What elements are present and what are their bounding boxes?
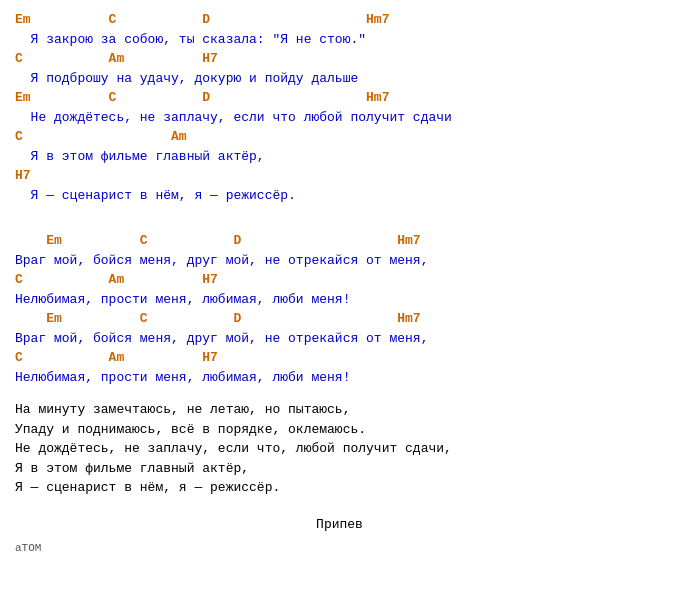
song-content: Em C D Hm7 Я закрою за собою, ты сказала… — [15, 10, 664, 534]
plain-line: Я в этом фильме главный актёр, — [15, 459, 664, 479]
chord-line: C Am H7 — [15, 348, 664, 368]
empty-line — [15, 218, 664, 231]
chord-line: Em C D Hm7 — [15, 231, 664, 251]
lyric-line: Нелюбимая, прости меня, любимая, люби ме… — [15, 368, 664, 388]
chord-line: Em C D Hm7 — [15, 309, 664, 329]
plain-line: Не дождётесь, не заплачу, если что, любо… — [15, 439, 664, 459]
lyric-line: Не дождётесь, не заплачу, если что любой… — [15, 108, 664, 128]
lyric-line: Нелюбимая, прости меня, любимая, люби ме… — [15, 290, 664, 310]
lyric-line: Враг мой, бойся меня, друг мой, не отрек… — [15, 329, 664, 349]
chord-line: C Am H7 — [15, 49, 664, 69]
plain-line: Упаду и поднимаюсь, всё в порядке, оклем… — [15, 420, 664, 440]
chord-line: H7 — [15, 166, 664, 186]
lyric-line: Я в этом фильме главный актёр, — [15, 147, 664, 167]
plain-line: Я — сценарист в нём, я — режиссёр. — [15, 478, 664, 498]
lyric-line: Враг мой, бойся меня, друг мой, не отрек… — [15, 251, 664, 271]
section-label: Припев — [15, 515, 664, 535]
chord-line: C Am H7 — [15, 270, 664, 290]
lyric-line: Я — сценарист в нём, я — режиссёр. — [15, 186, 664, 206]
chord-line: Em C D Hm7 — [15, 88, 664, 108]
plain-line: На минуту замечтаюсь, не летаю, но пытаю… — [15, 400, 664, 420]
lyric-line: Я закрою за собою, ты сказала: "Я не сто… — [15, 30, 664, 50]
empty-line — [15, 498, 664, 511]
empty-line — [15, 387, 664, 400]
empty-line — [15, 205, 664, 218]
lyric-line: Я подброшу на удачу, докурю и пойду даль… — [15, 69, 664, 89]
chord-line: Em C D Hm7 — [15, 10, 664, 30]
chord-line: C Am — [15, 127, 664, 147]
footer-label: aTOM — [15, 542, 664, 554]
